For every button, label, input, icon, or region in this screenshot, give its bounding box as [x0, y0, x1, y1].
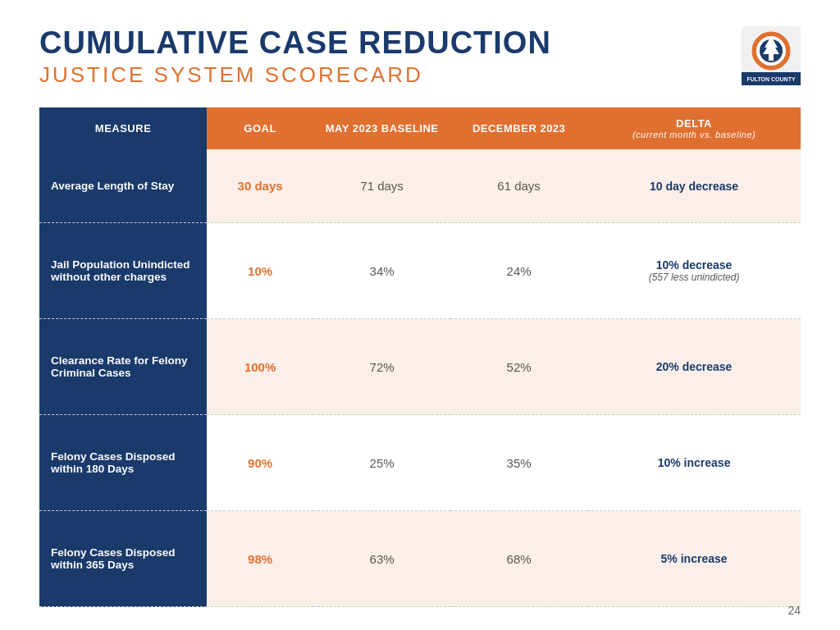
baseline-cell: 25% — [313, 415, 450, 511]
col-header-delta: DELTA (current month vs. baseline) — [587, 107, 801, 149]
baseline-cell: 72% — [313, 319, 450, 415]
goal-cell: 98% — [207, 511, 313, 607]
goal-cell: 100% — [207, 319, 313, 415]
measure-cell: Felony Cases Disposed within 365 Days — [39, 511, 207, 607]
col-header-december: DECEMBER 2023 — [450, 107, 587, 149]
page: CUMULATIVE CASE REDUCTION JUSTICE SYSTEM… — [0, 0, 840, 630]
title-main: CUMULATIVE CASE REDUCTION — [39, 26, 551, 61]
scorecard-table: MEASURE GOAL MAY 2023 BASELINE DECEMBER … — [39, 107, 801, 607]
delta-cell: 10% increase — [587, 415, 801, 511]
baseline-cell: 34% — [313, 223, 450, 319]
table-header-row: MEASURE GOAL MAY 2023 BASELINE DECEMBER … — [39, 107, 801, 149]
goal-cell: 90% — [207, 415, 313, 511]
fulton-county-logo: FULTON COUNTY — [742, 26, 801, 85]
col-header-measure: MEASURE — [39, 107, 207, 149]
measure-cell: Clearance Rate for Felony Criminal Cases — [39, 319, 207, 415]
delta-cell: 20% decrease — [587, 319, 801, 415]
col-header-goal: GOAL — [207, 107, 313, 149]
goal-cell: 10% — [207, 223, 313, 319]
table-row: Clearance Rate for Felony Criminal Cases… — [39, 319, 801, 415]
december-cell: 52% — [450, 319, 587, 415]
title-block: CUMULATIVE CASE REDUCTION JUSTICE SYSTEM… — [39, 26, 551, 88]
svg-text:FULTON COUNTY: FULTON COUNTY — [746, 76, 796, 82]
delta-cell: 10% decrease(557 less unindicted) — [587, 223, 801, 319]
table-row: Jail Population Unindicted without other… — [39, 223, 801, 319]
december-cell: 61 days — [450, 149, 587, 223]
table-row: Felony Cases Disposed within 180 Days90%… — [39, 415, 801, 511]
december-cell: 68% — [450, 511, 587, 607]
delta-cell: 10 day decrease — [587, 149, 801, 223]
december-cell: 35% — [450, 415, 587, 511]
col-header-baseline: MAY 2023 BASELINE — [313, 107, 450, 149]
svg-rect-6 — [769, 54, 774, 61]
measure-cell: Average Length of Stay — [39, 149, 207, 223]
header: CUMULATIVE CASE REDUCTION JUSTICE SYSTEM… — [39, 26, 801, 88]
title-sub: JUSTICE SYSTEM SCORECARD — [39, 62, 551, 88]
measure-cell: Felony Cases Disposed within 180 Days — [39, 415, 207, 511]
baseline-cell: 71 days — [313, 149, 450, 223]
table-row: Felony Cases Disposed within 365 Days98%… — [39, 511, 801, 607]
measure-cell: Jail Population Unindicted without other… — [39, 223, 207, 319]
december-cell: 24% — [450, 223, 587, 319]
page-number: 24 — [788, 604, 801, 617]
goal-cell: 30 days — [207, 149, 313, 223]
baseline-cell: 63% — [313, 511, 450, 607]
table-row: Average Length of Stay30 days71 days61 d… — [39, 149, 801, 223]
delta-cell: 5% increase — [587, 511, 801, 607]
